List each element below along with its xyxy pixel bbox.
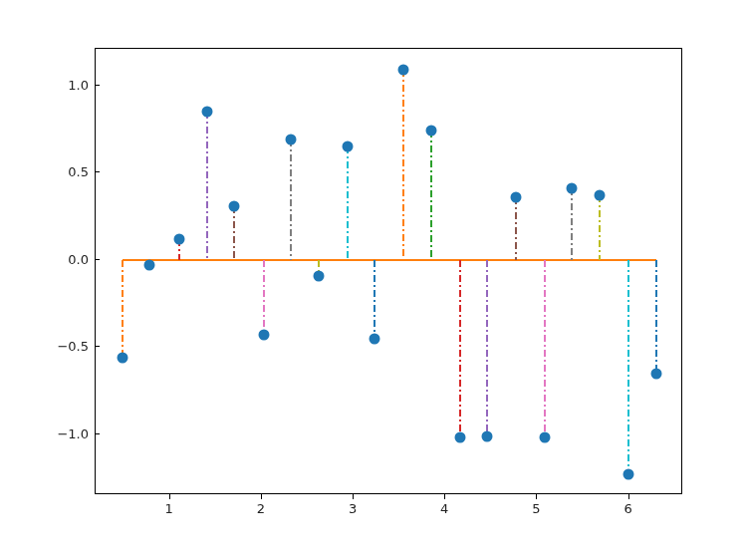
stem (430, 131, 432, 260)
y-tick-label: −1.0 (57, 425, 89, 440)
stem (599, 195, 601, 260)
y-tick-label: 1.0 (68, 77, 89, 92)
data-marker (144, 260, 155, 271)
stem (544, 260, 546, 438)
stem (655, 260, 657, 374)
plot-axes (95, 48, 682, 494)
stem (206, 112, 208, 260)
x-tick-label: 1 (165, 501, 173, 516)
x-tick-label: 4 (440, 501, 448, 516)
x-tick-mark (261, 494, 262, 499)
stem (459, 260, 461, 438)
y-tick-mark (95, 346, 100, 347)
data-marker (258, 330, 269, 341)
stem (402, 70, 404, 260)
stem (571, 188, 573, 260)
data-marker (511, 191, 522, 202)
data-marker (426, 126, 437, 137)
y-tick-label: 0.0 (68, 251, 89, 266)
x-tick-label: 6 (623, 501, 631, 516)
data-marker (567, 183, 578, 194)
baseline (123, 259, 657, 261)
y-tick-mark (95, 85, 100, 86)
data-marker (370, 333, 380, 344)
stem (347, 146, 349, 260)
data-marker (229, 200, 240, 211)
stem (263, 260, 265, 335)
data-marker (342, 141, 353, 152)
x-tick-mark (628, 494, 629, 499)
data-marker (173, 233, 184, 244)
y-tick-mark (95, 171, 100, 172)
figure: 123456 −1.0−0.50.00.51.0 (0, 0, 747, 560)
y-tick-mark (95, 433, 100, 434)
stem (515, 197, 517, 260)
data-marker (595, 190, 606, 201)
x-tick-mark (353, 494, 354, 499)
data-marker (481, 430, 492, 441)
y-tick-label: −0.5 (57, 339, 89, 354)
y-tick-label: 0.5 (68, 164, 89, 179)
data-marker (201, 107, 212, 118)
x-tick-area: 123456 (95, 494, 682, 524)
x-tick-label: 5 (532, 501, 540, 516)
x-tick-mark (536, 494, 537, 499)
y-tick-area: −1.0−0.50.00.51.0 (0, 48, 95, 494)
stem (233, 206, 235, 260)
stem (374, 260, 375, 339)
x-tick-label: 2 (257, 501, 265, 516)
data-marker (117, 352, 127, 363)
x-tick-mark (169, 494, 170, 499)
data-marker (539, 432, 550, 443)
data-marker (454, 432, 465, 443)
stem (486, 260, 488, 436)
x-tick-label: 3 (349, 501, 357, 516)
x-tick-mark (444, 494, 445, 499)
data-marker (397, 65, 408, 76)
data-marker (286, 135, 297, 145)
y-tick-mark (95, 259, 100, 260)
data-marker (314, 270, 325, 281)
stem (122, 260, 124, 358)
data-marker (622, 469, 633, 480)
stem (290, 140, 292, 260)
stem (627, 260, 629, 474)
data-marker (651, 368, 662, 379)
